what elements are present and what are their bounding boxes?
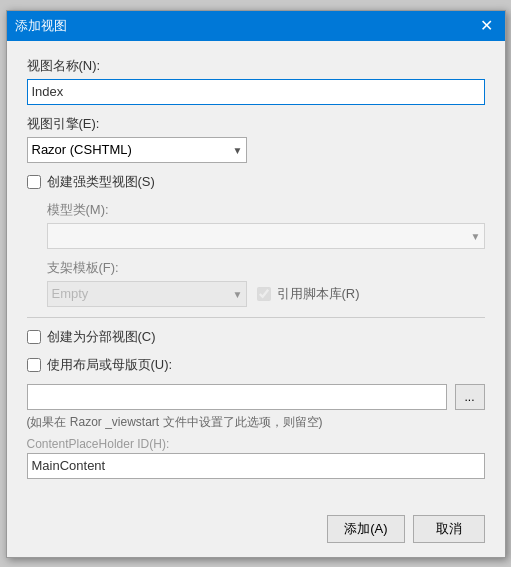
create-partial-row: 创建为分部视图(C): [27, 328, 485, 346]
model-class-select-wrapper: ▼: [47, 223, 485, 249]
layout-input[interactable]: [27, 384, 447, 410]
create-typed-row: 创建强类型视图(S): [27, 173, 485, 191]
hint-text: (如果在 Razor _viewstart 文件中设置了此选项，则留空): [27, 414, 485, 431]
dialog-footer: 添加(A) 取消: [7, 505, 505, 557]
use-layout-label[interactable]: 使用布局或母版页(U):: [47, 356, 173, 374]
model-class-label: 模型类(M):: [47, 201, 485, 219]
dialog-title: 添加视图: [15, 17, 67, 35]
view-engine-label: 视图引擎(E):: [27, 115, 485, 133]
view-engine-select[interactable]: Razor (CSHTML): [27, 137, 247, 163]
typed-view-section: 模型类(M): ▼ 支架模板(F): Empty ▼: [47, 201, 485, 307]
layout-row: ...: [27, 384, 485, 410]
add-view-dialog: 添加视图 ✕ 视图名称(N): 视图引擎(E): Razor (CSHTML) …: [6, 10, 506, 558]
ref-scripts-row: 引用脚本库(R): [257, 285, 360, 303]
close-button[interactable]: ✕: [477, 16, 497, 36]
view-engine-group: 视图引擎(E): Razor (CSHTML) ▼: [27, 115, 485, 163]
scaffold-row: Empty ▼ 引用脚本库(R): [47, 281, 485, 307]
browse-button[interactable]: ...: [455, 384, 485, 410]
model-class-group: 模型类(M): ▼: [47, 201, 485, 249]
title-bar: 添加视图 ✕: [7, 11, 505, 41]
divider-1: [27, 317, 485, 318]
model-class-select: [47, 223, 485, 249]
create-typed-checkbox[interactable]: [27, 175, 41, 189]
view-name-group: 视图名称(N):: [27, 57, 485, 105]
cancel-button[interactable]: 取消: [413, 515, 485, 543]
placeholder-label: ContentPlaceHolder ID(H):: [27, 437, 485, 451]
ref-scripts-checkbox: [257, 287, 271, 301]
create-partial-label[interactable]: 创建为分部视图(C): [47, 328, 156, 346]
view-engine-select-wrapper: Razor (CSHTML) ▼: [27, 137, 247, 163]
view-name-label: 视图名称(N):: [27, 57, 485, 75]
scaffold-label: 支架模板(F):: [47, 259, 485, 277]
scaffold-select-wrapper: Empty ▼: [47, 281, 247, 307]
use-layout-row: 使用布局或母版页(U):: [27, 356, 485, 374]
ref-scripts-label: 引用脚本库(R): [277, 285, 360, 303]
placeholder-input[interactable]: [27, 453, 485, 479]
scaffold-group: 支架模板(F): Empty ▼ 引用脚本库(R): [47, 259, 485, 307]
dialog-body: 视图名称(N): 视图引擎(E): Razor (CSHTML) ▼ 创建强类型…: [7, 41, 505, 505]
placeholder-group: ContentPlaceHolder ID(H):: [27, 437, 485, 479]
use-layout-checkbox[interactable]: [27, 358, 41, 372]
view-name-input[interactable]: [27, 79, 485, 105]
create-typed-label[interactable]: 创建强类型视图(S): [47, 173, 155, 191]
add-button[interactable]: 添加(A): [327, 515, 404, 543]
scaffold-select: Empty: [47, 281, 247, 307]
create-partial-checkbox[interactable]: [27, 330, 41, 344]
